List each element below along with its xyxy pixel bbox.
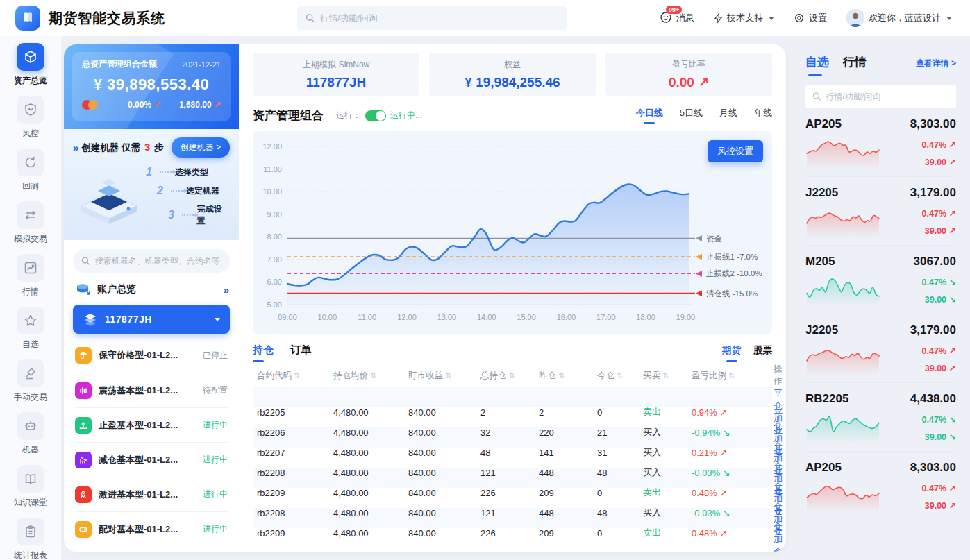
watchlist-item[interactable]: AP205 8,303.00 0.47% ↗ 39.00 ↗ [805,452,956,520]
cell-profit: 840.00 [408,427,480,438]
watchlist-tab[interactable]: 行情 [843,54,867,76]
book-icon [17,465,44,493]
user-menu[interactable]: 欢迎你，蓝蓝设计 [846,9,952,27]
period-tab[interactable]: 5日线 [680,107,703,124]
cell-yesterday: 209 [539,528,597,538]
watchlist-item[interactable]: M205 3067.00 0.47% ↘ 39.00 ↘ [805,246,956,314]
sort-icon[interactable]: ⇅ [294,371,300,380]
sidebar-item-book[interactable]: 知识课堂 [0,465,61,509]
instrument-type-tab[interactable]: 股票 [753,344,772,362]
global-search-input[interactable] [320,13,558,23]
sort-icon[interactable]: ⇅ [662,371,669,380]
cell-avg-price: 4,480.00 [333,528,408,538]
sidebar-item-refresh[interactable]: 回测 [0,149,61,192]
global-search[interactable] [297,6,567,30]
create-step: 2 选定机器 [146,185,230,197]
messages-button[interactable]: 99+ 消息 [660,11,694,26]
robot-list-item[interactable]: 减仓基本型-01-L2... 进行中 [75,442,228,477]
value-change: 39.00 ↗ [922,157,956,167]
column-header[interactable]: 昨仓⇅ [539,370,597,382]
sort-icon[interactable]: ⇅ [370,371,376,380]
watchlist-item[interactable]: J2205 3,179.00 0.47% ↗ 39.00 ↗ [805,177,956,246]
cell-profit: 840.00 [408,508,480,518]
robot-list-item[interactable]: 保守价格型-01-L2... 已停止 [75,338,228,373]
robot-list-item[interactable]: 止盈基本型-01-L2... 进行中 [75,407,228,442]
cell-today: 0 [597,528,643,538]
watchlist-tab[interactable]: 自选 [805,54,829,76]
cell-total: 226 [480,488,539,498]
cell-code: rb2207 [257,448,333,458]
positions-tab[interactable]: 持仓 [253,343,274,362]
total-assets-date: 2021-12-21 [182,60,221,69]
cell-profit: 840.00 [408,488,480,498]
create-robot-text: 创建机器 仅需 3 步 [81,141,163,154]
watchlist-item[interactable]: J2205 3,179.00 0.47% ↗ 39.00 ↗ [805,314,956,383]
cell-profit: 840.00 [408,468,480,478]
cell-ratio: 0.21% ↗ [692,448,774,458]
app-title: 期货智能交易系统 [49,9,165,28]
risk-settings-button[interactable]: 风控设置 [708,140,763,162]
cell-side: 买入 [643,466,692,479]
period-tab[interactable]: 月线 [719,107,737,124]
robot-search[interactable] [73,249,230,273]
sidebar-item-report[interactable]: 统计报表 [0,518,61,560]
add-position-link[interactable]: 加仓 [774,534,783,552]
sort-icon[interactable]: ⇅ [558,371,565,380]
robot-list-item[interactable]: 震荡基本型-01-L2... 待配置 [75,373,228,407]
cell-avg-price: 4,480.00 [333,407,408,418]
period-tab[interactable]: 今日线 [636,107,663,124]
run-toggle[interactable] [365,110,386,121]
period-tab[interactable]: 年线 [754,107,772,124]
main-column: 上期模拟-SimNow 117877JH 权益 ¥ 19,984,255.46 … [239,44,786,552]
cell-total: 32 [480,427,539,438]
watchlist-search-input[interactable] [826,92,949,101]
watchlist-item[interactable]: AP205 8,303.00 0.47% ↗ 39.00 ↗ [805,108,956,177]
robot-name: 止盈基本型-01-L2... [99,419,178,432]
sparkline-chart [805,341,880,375]
account-more-icon[interactable]: » [224,284,228,296]
watchlist-search[interactable] [805,85,956,108]
column-header[interactable]: 持仓均价⇅ [333,370,408,382]
column-header[interactable]: 合约代码⇅ [257,370,333,382]
percent-change: 0.47% ↗ [922,483,956,493]
column-header[interactable]: 总持仓⇅ [480,370,539,382]
stat-card: 权益 ¥ 19,984,255.46 [429,53,596,96]
sidebar-item-star[interactable]: 自选 [0,307,61,350]
column-header[interactable]: 买卖⇅ [643,370,692,382]
cell-code: rb2205 [257,407,333,418]
robot-list-item[interactable]: 激进基本型-01-L2... 进行中 [75,477,228,511]
cell-profit: 840.00 [408,448,480,458]
sidebar-item-gavel[interactable]: 手动交易 [0,359,61,403]
column-header[interactable]: 今仓⇅ [597,370,643,382]
assets-percent: 0.00% ↗ [128,100,160,110]
watchlist-item[interactable]: RB2205 4,438.00 0.47% ↘ 39.00 ↘ [805,383,956,452]
sidebar-item-robot[interactable]: 机器 [0,412,61,456]
close-position-link[interactable]: 平仓 [774,509,783,532]
sort-icon[interactable]: ⇅ [617,371,623,380]
sort-icon[interactable]: ⇅ [509,371,515,380]
positions-tab[interactable]: 订单 [290,343,311,362]
sidebar-item-swap[interactable]: 模拟交易 [0,201,61,245]
sidebar-item-trend[interactable]: 行情 [0,254,61,298]
account-selector[interactable]: 117877JH [73,305,230,334]
account-overview-row[interactable]: 账户总览 » [64,275,239,302]
svg-text:12.00: 12.00 [262,142,282,151]
instrument-type-tab[interactable]: 期货 [722,344,741,362]
positions-header: 持仓订单 期货股票 [253,343,772,362]
column-header[interactable]: 盯市收益⇅ [408,370,480,382]
sort-icon[interactable]: ⇅ [728,371,735,380]
price: 4,438.00 [910,392,956,406]
robot-list-item[interactable]: 配对基本型-01-L2... 进行中 [75,511,228,546]
settings-button[interactable]: 设置 [794,12,827,24]
robot-search-input[interactable] [95,256,221,266]
coins-icon [75,282,92,296]
sort-icon[interactable]: ⇅ [445,371,451,380]
sidebar-item-shield[interactable]: 风控 [0,96,61,139]
sidebar-item-cube[interactable]: 资产总览 [0,43,61,87]
support-menu[interactable]: 技术支持 [714,12,774,24]
column-header[interactable]: 盈亏比例⇅ [692,370,774,382]
double-chevron-icon: » [73,142,77,153]
robot-status: 进行中 [203,489,228,500]
view-details-link[interactable]: 查看详情 > [916,58,956,76]
create-robot-button[interactable]: 创建机器 > [172,137,230,158]
